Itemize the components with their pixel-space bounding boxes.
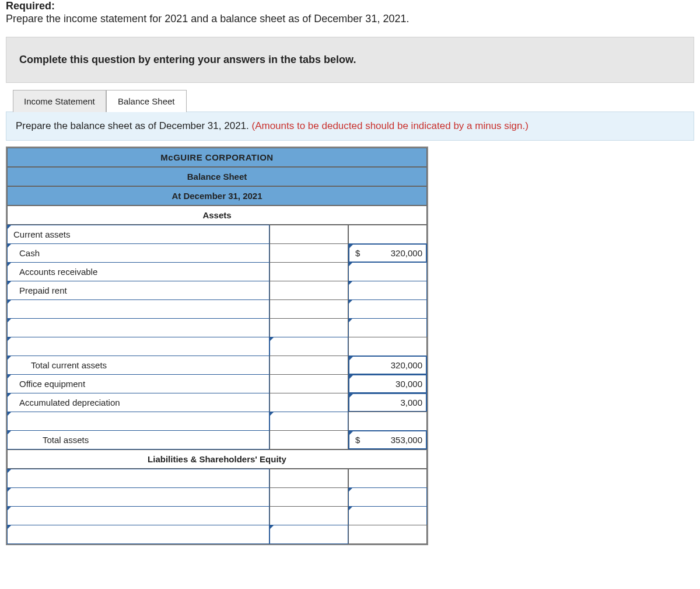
sheet-date: At December 31, 2021 [7,186,427,205]
row-prepaid-label[interactable]: Prepaid rent [7,281,270,300]
cell-empty [270,356,348,375]
liabilities-header: Liabilities & Shareholders' Equity [7,449,427,469]
cell-empty [270,243,348,263]
tab-instruction-hint: (Amounts to be deducted should be indica… [251,120,528,131]
value-ta: 353,000 [391,435,422,445]
row-ar-label[interactable]: Accounts receivable [7,262,270,281]
problem-description: Prepare the income statement for 2021 an… [6,13,694,25]
cell-empty [270,487,348,507]
value-tca: 320,000 [391,360,422,370]
cell-empty [348,525,427,544]
value-accdep: 3,000 [400,398,422,407]
label-accdep: Accumulated depreciation [19,398,120,407]
row-blank[interactable] [7,318,270,337]
cell-empty [270,374,348,393]
row-blank-value[interactable] [348,318,427,337]
cell-empty [270,469,348,488]
company-name: McGUIRE CORPORATION [7,148,427,167]
row-blank-value[interactable] [348,487,427,507]
row-accdep-label[interactable]: Accumulated depreciation [7,393,270,412]
row-blank[interactable] [7,299,270,319]
value-cash: 320,000 [391,248,422,258]
row-blank-value[interactable] [270,337,348,356]
row-blank-value[interactable] [348,299,427,319]
row-cash-value[interactable]: $ 320,000 [348,243,427,263]
row-ta-value[interactable]: $ 353,000 [348,430,427,449]
label-cash: Cash [19,248,40,258]
cell-empty [348,469,427,488]
instruction-bar: Complete this question by entering your … [6,37,694,83]
row-blank-value[interactable] [270,412,348,431]
row-blank-value[interactable] [348,506,427,525]
row-prepaid-value[interactable] [348,281,427,300]
row-tca-value[interactable]: 320,000 [348,356,427,375]
row-ar-value[interactable] [348,262,427,281]
tab-income-statement[interactable]: Income Statement [13,90,106,112]
row-current-assets[interactable]: Current assets [7,225,270,244]
sheet-title: Balance Sheet [7,167,427,186]
row-office-label[interactable]: Office equipment [7,374,270,393]
tabs-container: Income Statement Balance Sheet [13,90,694,112]
label-ar: Accounts receivable [19,267,97,277]
row-blank[interactable] [7,469,270,488]
balance-sheet-table: McGUIRE CORPORATION Balance Sheet At Dec… [6,147,428,545]
row-ta-label[interactable]: Total assets [7,430,270,449]
label-tca: Total current assets [31,360,107,370]
row-blank-value[interactable] [270,525,348,544]
assets-header: Assets [7,205,427,225]
cell-empty [270,430,348,449]
dollar-sign: $ [355,435,360,445]
cell-empty [270,299,348,319]
label-current-assets: Current assets [13,229,71,239]
row-blank[interactable] [7,525,270,544]
cell-empty [270,281,348,300]
tab-instruction: Prepare the balance sheet as of December… [6,111,694,141]
cell-empty [270,262,348,281]
row-blank[interactable] [7,487,270,507]
label-prepaid: Prepaid rent [19,285,67,295]
row-blank[interactable] [7,506,270,525]
row-accdep-value[interactable]: 3,000 [348,393,427,412]
cell-empty [348,337,427,356]
tab-balance-sheet[interactable]: Balance Sheet [106,90,187,112]
cell-empty [270,393,348,412]
row-tca-label[interactable]: Total current assets [7,356,270,375]
cell-empty [348,225,427,244]
required-label: Required: [6,0,694,12]
cell-empty [270,318,348,337]
cell-empty [270,506,348,525]
row-blank[interactable] [7,412,270,431]
row-blank[interactable] [7,337,270,356]
row-cash-label[interactable]: Cash [7,243,270,263]
cell-empty [270,225,348,244]
value-office: 30,000 [396,379,422,389]
label-office: Office equipment [19,379,85,389]
dollar-sign: $ [355,248,360,258]
label-ta: Total assets [43,435,89,445]
tab-instruction-text: Prepare the balance sheet as of December… [16,120,251,131]
row-office-value[interactable]: 30,000 [348,374,427,393]
cell-empty [348,412,427,431]
